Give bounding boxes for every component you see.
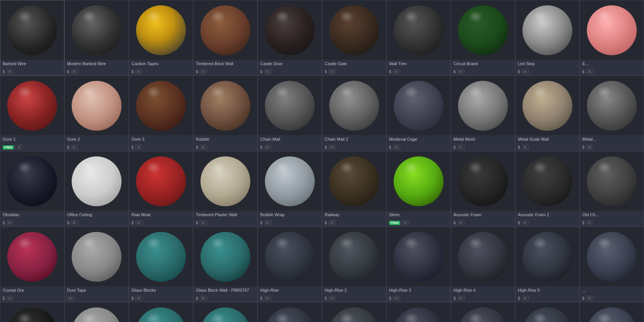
sphere-container (0, 227, 64, 286)
material-item[interactable]: Raw Meat4K (129, 151, 193, 227)
material-item[interactable]: Modern Barbed Wire4K (64, 0, 129, 76)
material-item[interactable]: SlimeFREE4K (386, 151, 451, 227)
material-name: Metal Mesh (451, 135, 515, 143)
material-item[interactable]: 4K (515, 302, 580, 322)
material-name: Glass Block Wall - PBR0767 (194, 286, 257, 294)
sphere-container (258, 227, 322, 286)
resolution-badge: 4K (522, 220, 529, 225)
paid-badge (325, 145, 327, 150)
material-sphere (200, 156, 250, 206)
paid-badge (453, 296, 456, 301)
material-item[interactable]: E...4K (580, 0, 644, 76)
material-item[interactable]: 4K (193, 302, 258, 322)
material-sphere (458, 307, 508, 322)
material-item[interactable]: Chain Mail 24K (322, 76, 386, 151)
paid-badge (325, 221, 327, 225)
material-item[interactable]: Old Ch...4K (580, 151, 644, 227)
material-item[interactable]: Caution Tapes4K (129, 0, 193, 76)
material-item[interactable]: Acoustic Foam4K (451, 151, 515, 227)
sphere-container (451, 151, 515, 211)
sphere-container (451, 227, 515, 286)
material-item[interactable]: Glass Blocks4K (129, 227, 193, 302)
material-name: Railway (322, 211, 386, 219)
material-item[interactable]: 4K (258, 302, 322, 322)
material-sphere (587, 232, 637, 282)
material-item[interactable]: Chain Mail4K (258, 76, 322, 151)
material-sphere (329, 232, 379, 282)
material-item[interactable]: Duct Tape4K (64, 227, 129, 302)
material-item[interactable]: Crystal Ore4K (0, 227, 64, 302)
material-item[interactable]: 4K (451, 302, 515, 322)
resolution-badge: 4K (264, 296, 271, 301)
material-sphere (136, 307, 186, 322)
material-name: High-Rise (258, 286, 322, 294)
material-item[interactable]: Barbed Wire4K (0, 0, 64, 76)
material-item[interactable]: High-Rise 24K (322, 227, 386, 302)
paid-badge (196, 296, 198, 301)
material-item[interactable]: ...4K (580, 227, 644, 302)
sphere-container (194, 151, 257, 211)
resolution-badge: 4K (329, 145, 336, 150)
sphere-container (580, 227, 644, 286)
material-item[interactable]: Glass Block Wall - PBR07674K (193, 227, 258, 302)
material-item[interactable]: Gore 1FREE4K (0, 76, 64, 151)
material-item[interactable]: 4K (322, 302, 386, 322)
material-name: Duct Tape (65, 286, 128, 294)
material-sphere (458, 156, 508, 206)
material-sphere (7, 232, 57, 282)
material-name: Gore 2 (65, 135, 128, 143)
sphere-container (129, 76, 193, 135)
paid-badge (518, 70, 520, 74)
resolution-badge: 4K (264, 220, 271, 225)
material-item[interactable]: High-Rise 34K (386, 227, 451, 302)
paid-badge (389, 145, 391, 150)
resolution-badge: 4K (586, 220, 593, 225)
material-item[interactable]: Wall Trim4K (386, 0, 451, 76)
material-item[interactable]: 4K (129, 302, 193, 322)
material-item[interactable]: Railway4K (322, 151, 386, 227)
material-name: Gore 1 (0, 135, 64, 143)
material-item[interactable]: Castle Gate4K (322, 0, 386, 76)
material-item[interactable]: High-Rise 44K (451, 227, 515, 302)
material-item[interactable]: Timbered Plaster Wall4K (193, 151, 258, 227)
material-sphere (265, 156, 315, 206)
material-item[interactable]: Obsidian4K (0, 151, 64, 227)
material-sphere (72, 232, 122, 282)
sphere-container (516, 151, 579, 211)
resolution-badge: 4K (522, 296, 529, 301)
material-item[interactable]: Castle Door4K (258, 0, 322, 76)
material-item[interactable]: Rubble4K (193, 76, 258, 151)
material-item[interactable]: 4K (386, 302, 451, 322)
badge-row: FREE4K (387, 219, 450, 227)
material-sphere (394, 156, 444, 206)
material-item[interactable]: Led Strip4K (515, 0, 580, 76)
sphere-container (194, 76, 257, 135)
sphere-container (322, 76, 386, 135)
material-item[interactable]: High-Rise 54K (515, 227, 580, 302)
material-item[interactable]: Acoustic Foam 24K (515, 151, 580, 227)
resolution-badge: 4K (200, 220, 207, 225)
sphere-container (322, 302, 386, 322)
material-sphere (7, 81, 57, 131)
material-item[interactable]: Gore 24K (64, 76, 129, 151)
material-item[interactable]: Bubble Wrap4K (258, 151, 322, 227)
material-item[interactable]: Timbered Brick Wall4K (193, 0, 258, 76)
paid-badge (518, 221, 520, 225)
material-item[interactable]: Office Ceiling4K (64, 151, 129, 227)
sphere-container (322, 0, 386, 60)
material-item[interactable]: Metal Mesh4K (451, 76, 515, 151)
resolution-badge: 4K (67, 296, 74, 301)
paid-badge (325, 70, 327, 74)
material-item[interactable]: 4K (0, 302, 64, 322)
material-item[interactable]: 4K (64, 302, 129, 322)
material-item[interactable]: Circuit Board4K (451, 0, 515, 76)
material-sphere (329, 81, 379, 131)
material-item[interactable]: High-Rise4K (258, 227, 322, 302)
material-item[interactable]: 4K (580, 302, 644, 322)
material-item[interactable]: Metal Scale Mail4K (515, 76, 580, 151)
material-item[interactable]: Metal...4K (580, 76, 644, 151)
material-item[interactable]: Medieval Cage4K (386, 76, 451, 151)
sphere-container (129, 227, 193, 286)
material-item[interactable]: Gore 34K (129, 76, 193, 151)
badge-row: 4K (322, 143, 386, 151)
